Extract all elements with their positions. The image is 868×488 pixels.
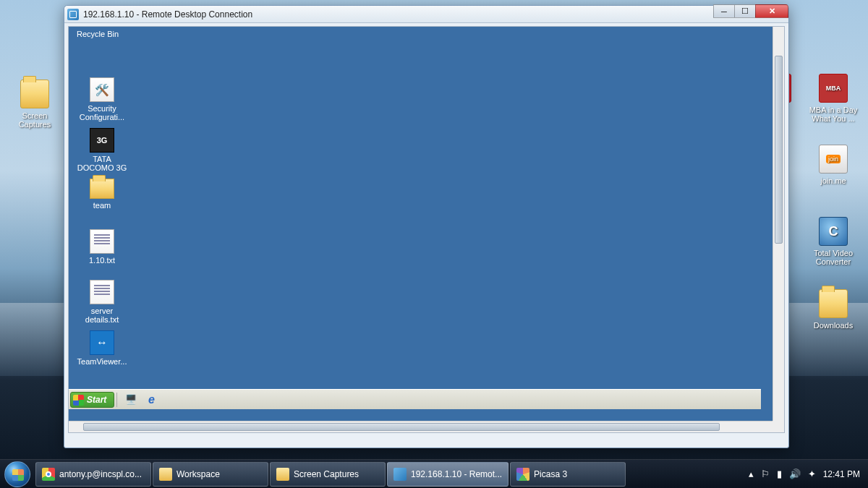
rdc-client-area: Recycle Bin 🛠️ Security Configurati... 3… [68, 26, 785, 433]
rdc-window: 192.168.1.10 - Remote Desktop Connection… [64, 5, 789, 448]
taskbar-item-rdc[interactable]: 192.168.1.10 - Remot... [387, 462, 509, 487]
pdf-icon: MBA [819, 74, 848, 103]
tray-misc-icon[interactable]: ✦ [808, 468, 816, 479]
task-label: Workspace [176, 469, 220, 479]
taskbar-item-screen-captures[interactable]: Screen Captures [270, 462, 386, 487]
tray-chevron-icon[interactable]: ▴ [749, 468, 754, 479]
icon-label: 1.10.txt [76, 256, 128, 265]
remote-icon-serverdetails[interactable]: server details.txt [76, 280, 128, 324]
icon-label: Recycle Bin [72, 30, 124, 38]
scroll-corner [773, 421, 784, 432]
host-taskbar: antony.p@incspl.co... Workspace Screen C… [0, 459, 868, 488]
taskbar-separator [116, 393, 117, 407]
icon-label: TeamViewer... [76, 357, 128, 366]
icon-label: Downloads [807, 321, 859, 330]
remote-icon-110txt[interactable]: 1.10.txt [76, 229, 128, 265]
host-icon-joinme[interactable]: join join.me [807, 145, 859, 185]
folder-icon [90, 179, 114, 199]
icon-label: server details.txt [76, 307, 128, 324]
chrome-icon [42, 468, 55, 481]
task-label: Screen Captures [294, 469, 359, 479]
remote-icon-team[interactable]: team [76, 179, 128, 210]
scrollbar-thumb[interactable] [775, 56, 783, 244]
remote-start-button[interactable]: Start [70, 392, 114, 408]
windows-logo-icon [4, 461, 30, 487]
rdc-title: 192.168.1.10 - Remote Desktop Connection [83, 9, 252, 20]
security-icon: 🛠️ [90, 77, 114, 102]
maximize-button[interactable]: ☐ [734, 4, 756, 18]
task-label: antony.p@incspl.co... [59, 469, 142, 479]
icon-label: Security Configurati... [76, 104, 128, 121]
rdc-icon [393, 468, 407, 481]
text-file-icon [90, 280, 114, 304]
vertical-scrollbar[interactable] [773, 27, 784, 421]
host-icon-converter[interactable]: C Total Video Converter [807, 217, 859, 266]
horizontal-scrollbar[interactable] [69, 421, 773, 432]
icon-label: Total Video Converter [807, 249, 859, 266]
taskbar-item-chrome[interactable]: antony.p@incspl.co... [35, 462, 151, 487]
show-desktop-icon[interactable]: 🖥️ [122, 392, 140, 408]
folder-icon [20, 80, 49, 108]
remote-icon-teamviewer[interactable]: ↔ TeamViewer... [76, 330, 128, 366]
app-icon: join [819, 145, 848, 174]
start-orb[interactable] [0, 460, 35, 489]
folder-icon [276, 468, 289, 481]
icon-label: TATA DOCOMO 3G [76, 155, 128, 172]
task-label: 192.168.1.10 - Remot... [411, 469, 502, 479]
network-icon[interactable]: ▮ [777, 468, 782, 479]
rdc-app-icon [67, 9, 79, 20]
remote-recycle-label[interactable]: Recycle Bin [72, 30, 124, 38]
system-tray: ▴ ⚐ ▮ 🔊 ✦ 12:41 PM [745, 468, 868, 479]
icon-label: MBA in a Day What You ... [807, 106, 859, 123]
remote-desktop[interactable]: Recycle Bin 🛠️ Security Configurati... 3… [69, 27, 773, 421]
icon-label: team [76, 201, 128, 210]
rdc-titlebar[interactable]: 192.168.1.10 - Remote Desktop Connection… [64, 6, 788, 23]
text-file-icon [90, 229, 114, 254]
teamviewer-icon: ↔ [90, 330, 114, 355]
taskbar-clock[interactable]: 12:41 PM [823, 469, 860, 479]
ie-icon[interactable]: e [142, 392, 160, 408]
flag-icon[interactable]: ⚐ [761, 468, 770, 479]
taskbar-item-picasa[interactable]: Picasa 3 [510, 462, 626, 487]
icon-label: Screen Captures [9, 111, 61, 129]
host-icon-mba[interactable]: MBA MBA in a Day What You ... [807, 74, 859, 123]
volume-icon[interactable]: 🔊 [789, 468, 801, 479]
taskbar-item-workspace[interactable]: Workspace [153, 462, 268, 487]
folder-icon [819, 289, 848, 318]
remote-icon-docomo[interactable]: 3G TATA DOCOMO 3G [76, 128, 128, 172]
host-icon-downloads[interactable]: Downloads [807, 289, 859, 330]
remote-icon-security[interactable]: 🛠️ Security Configurati... [76, 77, 128, 121]
minimize-button[interactable]: ─ [713, 4, 735, 18]
icon-label: join.me [807, 176, 859, 185]
task-label: Picasa 3 [534, 469, 567, 479]
app-icon: C [819, 217, 848, 246]
host-icon-screen-captures[interactable]: Screen Captures [9, 80, 61, 129]
picasa-icon [516, 468, 529, 481]
folder-icon [159, 468, 172, 481]
scrollbar-thumb[interactable] [83, 423, 720, 431]
3g-icon: 3G [90, 128, 114, 153]
remote-taskbar: Start 🖥️ e [69, 389, 761, 409]
close-button[interactable]: ✕ [755, 4, 788, 18]
